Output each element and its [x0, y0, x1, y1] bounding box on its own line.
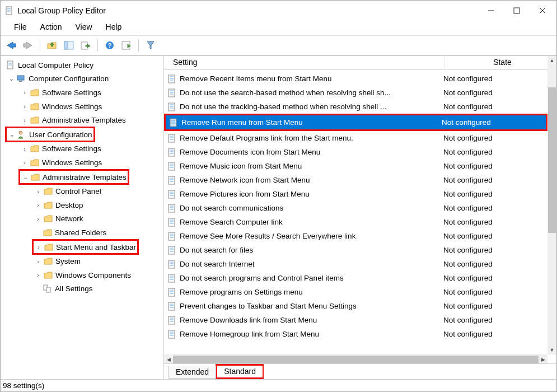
expand-icon[interactable]: ›: [34, 258, 42, 265]
forward-button[interactable]: [21, 38, 35, 53]
setting-row[interactable]: Remove programs on Settings menuNot conf…: [164, 285, 547, 299]
tree-root[interactable]: Local Computer Policy: [5, 59, 163, 71]
expand-icon[interactable]: ›: [21, 159, 29, 166]
minimize-button[interactable]: [478, 2, 504, 19]
tree-system[interactable]: › System: [34, 255, 163, 268]
tree-pane[interactable]: Local Computer Policy ⌄ Computer Configu…: [1, 56, 164, 379]
toolbar: ?: [1, 35, 556, 55]
help-button[interactable]: ?: [102, 38, 117, 53]
tree-start-menu-taskbar[interactable]: › Start Menu and Taskbar: [35, 241, 136, 253]
column-state[interactable]: State: [444, 56, 556, 69]
tree-label: Software Settings: [42, 88, 101, 97]
tree-uc-admin[interactable]: ⌄ Administrative Templates: [21, 171, 127, 183]
title-bar: Local Group Policy Editor: [1, 1, 556, 21]
tree-desktop[interactable]: › Desktop: [34, 199, 163, 211]
setting-row[interactable]: Prevent changes to Taskbar and Start Men…: [164, 299, 547, 313]
setting-row[interactable]: Remove Recent Items menu from Start Menu…: [164, 72, 547, 86]
tree-cc-admin[interactable]: › Administrative Templates: [21, 114, 163, 127]
tree-uc-windows[interactable]: › Windows Settings: [21, 156, 163, 169]
column-setting[interactable]: Setting: [164, 56, 444, 69]
setting-row[interactable]: Remove Pictures icon from Start MenuNot …: [164, 187, 547, 201]
menu-action[interactable]: Action: [35, 21, 68, 32]
tree-all-settings[interactable]: All Settings: [42, 283, 163, 295]
svg-rect-23: [17, 76, 24, 80]
policy-icon: [167, 218, 176, 227]
scroll-right-icon[interactable]: ▶: [539, 355, 547, 364]
menu-view[interactable]: View: [69, 21, 97, 32]
tree-cc-software[interactable]: › Software Settings: [21, 86, 163, 99]
tree-label: User Configuration: [29, 130, 92, 139]
policy-icon: [167, 102, 176, 111]
tab-standard[interactable]: Standard: [217, 366, 263, 377]
properties-button[interactable]: [119, 38, 134, 53]
tree-user-config[interactable]: ⌄ User Configuration: [8, 128, 92, 141]
tree-control-panel[interactable]: › Control Panel: [34, 185, 163, 198]
scroll-thumb[interactable]: [173, 356, 539, 363]
folder-icon: [43, 228, 53, 237]
menu-file[interactable]: File: [8, 21, 32, 32]
expand-icon[interactable]: ›: [34, 202, 42, 208]
setting-name: Do not search for files: [180, 246, 436, 254]
scroll-left-icon[interactable]: ◀: [164, 355, 173, 364]
tree-cc-windows[interactable]: › Windows Settings: [21, 100, 163, 113]
expand-icon[interactable]: ›: [21, 117, 29, 124]
scroll-down-icon[interactable]: ▼: [547, 346, 556, 354]
svg-rect-60: [168, 190, 175, 198]
maximize-button[interactable]: [504, 2, 530, 19]
setting-row[interactable]: Remove See More Results / Search Everywh…: [164, 229, 547, 243]
setting-row[interactable]: Remove Documents icon from Start MenuNot…: [164, 145, 547, 159]
close-button[interactable]: [530, 2, 555, 19]
tab-extended[interactable]: Extended: [168, 366, 216, 379]
tree-shared-folders[interactable]: Shared Folders: [42, 226, 163, 239]
setting-row[interactable]: Remove Music icon from Start MenuNot con…: [164, 159, 547, 173]
setting-row[interactable]: Do not search for filesNot configured: [164, 243, 547, 257]
filter-button[interactable]: [143, 38, 158, 53]
expand-icon[interactable]: ›: [34, 188, 42, 195]
setting-state: Not configured: [434, 118, 546, 127]
collapse-icon[interactable]: ⌄: [8, 131, 16, 138]
svg-rect-88: [168, 288, 175, 296]
setting-row[interactable]: Do not use the tracking-based method whe…: [164, 100, 547, 114]
policy-icon: [167, 246, 176, 255]
expand-icon[interactable]: ›: [21, 103, 29, 110]
collapse-icon[interactable]: ⌄: [7, 75, 15, 82]
policy-icon: [167, 190, 176, 199]
scroll-up-icon[interactable]: ▲: [547, 56, 556, 65]
setting-row[interactable]: Remove Homegroup link from Start MenuNot…: [164, 327, 547, 341]
expand-icon[interactable]: ›: [34, 216, 42, 222]
tree-network[interactable]: › Network: [34, 213, 163, 225]
expand-icon[interactable]: ›: [21, 89, 29, 96]
back-button[interactable]: [4, 38, 18, 53]
setting-state: Not configured: [436, 260, 547, 268]
tree-uc-software[interactable]: › Software Settings: [21, 143, 163, 155]
setting-row[interactable]: Do not use the search-based method when …: [164, 86, 547, 100]
show-tree-button[interactable]: [62, 38, 76, 53]
setting-row[interactable]: Do not search InternetNot configured: [164, 257, 547, 271]
setting-row[interactable]: Remove Network icon from Start MenuNot c…: [164, 173, 547, 187]
list-body[interactable]: Remove Recent Items menu from Start Menu…: [164, 72, 547, 346]
expand-icon[interactable]: ›: [21, 146, 29, 152]
status-text: 98 setting(s): [3, 381, 44, 390]
up-folder-button[interactable]: [45, 38, 59, 53]
expand-icon[interactable]: ›: [34, 272, 42, 278]
expand-icon[interactable]: ›: [35, 244, 43, 250]
horizontal-scrollbar[interactable]: ◀ ▶: [164, 354, 547, 363]
vertical-scrollbar[interactable]: ▲ ▼: [547, 56, 556, 354]
setting-row[interactable]: Do not search programs and Control Panel…: [164, 271, 547, 285]
setting-row[interactable]: Remove Run menu from Start MenuNot confi…: [166, 115, 546, 129]
tree-label: Shared Folders: [55, 228, 106, 237]
setting-row[interactable]: Do not search communicationsNot configur…: [164, 201, 547, 215]
scroll-thumb[interactable]: [548, 87, 556, 233]
tree-computer-config[interactable]: ⌄ Computer Configuration: [7, 73, 163, 85]
setting-row[interactable]: Remove Default Programs link from the St…: [164, 131, 547, 145]
setting-row[interactable]: Remove Downloads link from Start MenuNot…: [164, 313, 547, 327]
user-icon: [17, 130, 27, 139]
svg-rect-24: [19, 81, 22, 82]
setting-row[interactable]: Remove Search Computer linkNot configure…: [164, 215, 547, 229]
tree-windows-components[interactable]: › Windows Components: [34, 269, 163, 281]
menu-help[interactable]: Help: [100, 21, 128, 32]
setting-state: Not configured: [436, 288, 547, 296]
export-button[interactable]: [78, 38, 93, 53]
collapse-icon[interactable]: ⌄: [21, 174, 29, 181]
svg-rect-92: [168, 302, 175, 310]
